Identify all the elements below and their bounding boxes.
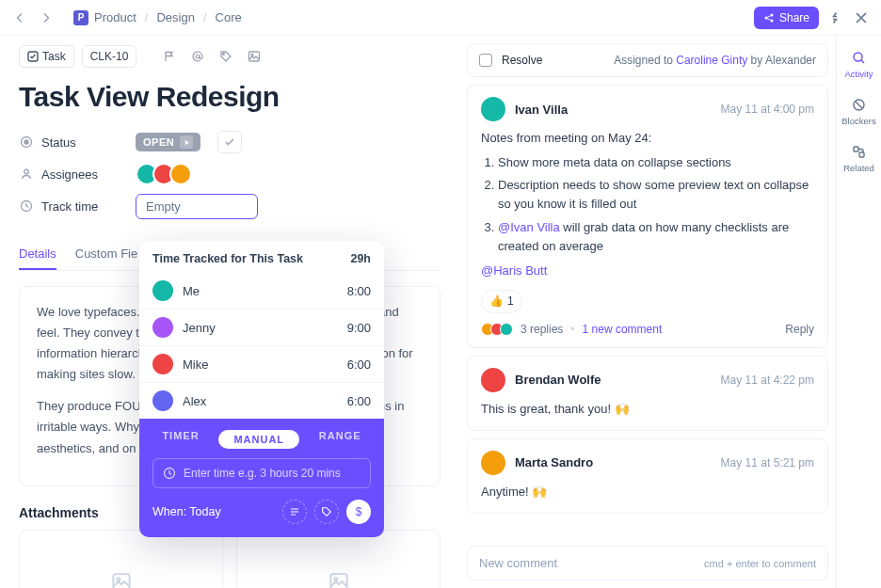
- share-button[interactable]: Share: [754, 7, 819, 29]
- breadcrumb-design[interactable]: Design: [156, 10, 194, 24]
- breadcrumb-product[interactable]: Product: [94, 10, 136, 24]
- seg-range[interactable]: RANGE: [319, 430, 361, 449]
- status-icon: [19, 135, 34, 150]
- comment-author[interactable]: Brendan Wolfe: [515, 373, 601, 387]
- track-time-input[interactable]: [136, 194, 258, 219]
- tag-icon[interactable]: [314, 500, 339, 524]
- svg-point-10: [24, 169, 29, 174]
- comment-hint: cmd + enter to comment: [704, 558, 816, 569]
- svg-rect-12: [113, 574, 129, 588]
- tab-details[interactable]: Details: [19, 239, 56, 270]
- svg-point-17: [854, 53, 862, 61]
- time-row-name: Me: [183, 284, 200, 298]
- mention-icon[interactable]: [187, 46, 208, 67]
- list-item: Description needs to show some preview t…: [498, 176, 814, 214]
- complete-button[interactable]: [217, 131, 242, 153]
- comment-author[interactable]: Marta Sandro: [515, 455, 593, 469]
- collapse-icon[interactable]: [825, 8, 845, 28]
- time-row-value: 6:00: [347, 358, 371, 372]
- status-next-icon[interactable]: [180, 135, 193, 149]
- project-badge-icon: P: [73, 10, 88, 25]
- reaction-chip[interactable]: 👍 1: [481, 290, 522, 313]
- comment-placeholder: New comment: [479, 556, 557, 570]
- comment-card: Marta Sandro May 11 at 5:21 pm Anytime! …: [467, 438, 828, 514]
- seg-manual[interactable]: MANUAL: [218, 430, 299, 449]
- comment-author[interactable]: Ivan Villa: [515, 103, 568, 117]
- avatar[interactable]: [169, 163, 192, 185]
- time-input[interactable]: Enter time e.g. 3 hours 20 mins: [152, 458, 371, 488]
- close-icon[interactable]: [851, 8, 872, 28]
- svg-point-9: [24, 140, 28, 144]
- avatar[interactable]: [481, 97, 505, 121]
- comment-card: Ivan Villa May 11 at 4:00 pm Notes from …: [467, 85, 828, 348]
- avatar: [152, 354, 173, 374]
- svg-point-4: [196, 55, 200, 58]
- mention[interactable]: @Haris Butt: [481, 262, 814, 280]
- share-label: Share: [779, 11, 809, 24]
- comment-time: May 11 at 5:21 pm: [721, 456, 814, 469]
- svg-rect-20: [859, 152, 864, 157]
- svg-point-2: [770, 19, 773, 22]
- avatar: [152, 280, 173, 301]
- assignee-avatars[interactable]: [136, 163, 192, 185]
- clock-icon: [163, 467, 176, 480]
- rail-blockers[interactable]: Blockers: [837, 92, 881, 130]
- comment-time: May 11 at 4:22 pm: [721, 373, 814, 387]
- time-row-name: Alex: [183, 394, 206, 408]
- attachment-placeholder[interactable]: [236, 530, 440, 588]
- resolve-checkbox[interactable]: [479, 54, 492, 67]
- svg-point-5: [223, 54, 225, 56]
- rail-activity[interactable]: Activity: [837, 45, 881, 83]
- reaction-count: 1: [507, 293, 514, 310]
- avatar[interactable]: [481, 451, 505, 475]
- time-row-name: Jenny: [183, 321, 216, 335]
- svg-rect-6: [249, 52, 260, 61]
- time-row[interactable]: Mike6:00: [139, 346, 384, 383]
- task-id-chip[interactable]: CLK-10: [82, 45, 137, 68]
- popover-title: Time Tracked for This Task: [152, 252, 303, 265]
- reply-button[interactable]: Reply: [785, 323, 814, 336]
- when-label[interactable]: When: Today: [152, 505, 221, 518]
- assigned-person[interactable]: Caroline Ginty: [676, 54, 747, 67]
- replies-count[interactable]: 3 replies: [521, 323, 563, 336]
- time-row[interactable]: Alex6:00: [139, 383, 384, 419]
- status-chip[interactable]: OPEN: [136, 133, 200, 151]
- tab-custom-fields[interactable]: Custom Fie: [75, 239, 137, 270]
- comment-body: This is great, thank you! 🙌: [481, 400, 814, 419]
- avatar: [152, 317, 173, 338]
- repliers-avatars[interactable]: [481, 323, 513, 336]
- attachment-placeholder[interactable]: [19, 530, 223, 588]
- breadcrumb-core[interactable]: Core: [216, 10, 242, 24]
- task-type-label: Task: [42, 50, 66, 63]
- resolve-label[interactable]: Resolve: [502, 54, 542, 67]
- time-row-name: Mike: [183, 358, 208, 372]
- nav-back-button[interactable]: [9, 8, 30, 28]
- avatar: [152, 390, 173, 411]
- time-row-value: 6:00: [347, 394, 371, 408]
- svg-rect-19: [854, 147, 858, 151]
- assignees-icon: [19, 167, 34, 182]
- avatar[interactable]: [481, 368, 505, 392]
- seg-timer[interactable]: TIMER: [162, 430, 199, 449]
- tag-icon[interactable]: [216, 46, 236, 67]
- related-icon: [851, 143, 868, 160]
- comment-lead: Notes from meeting on May 24:: [481, 129, 814, 148]
- time-tracked-popover: Time Tracked for This Task 29h Me8:00Jen…: [139, 241, 384, 537]
- time-row[interactable]: Me8:00: [139, 273, 384, 310]
- time-row-value: 9:00: [347, 321, 371, 335]
- flag-icon[interactable]: [159, 46, 180, 67]
- resolve-bar: Resolve Assigned to Caroline Ginty by Al…: [467, 43, 828, 77]
- new-comment-link[interactable]: 1 new comment: [583, 323, 663, 336]
- rail-related[interactable]: Related: [837, 139, 881, 177]
- new-comment-input[interactable]: New comment cmd + enter to comment: [467, 546, 828, 580]
- image-icon[interactable]: [244, 46, 264, 67]
- clock-icon: [19, 199, 34, 214]
- breadcrumb-sep-icon: /: [203, 10, 207, 24]
- comment-body: Anytime! 🙌: [481, 483, 814, 501]
- note-icon[interactable]: [282, 500, 307, 524]
- time-row[interactable]: Jenny9:00: [139, 310, 384, 346]
- nav-forward-button[interactable]: [36, 8, 56, 28]
- billable-icon[interactable]: $: [346, 500, 371, 524]
- mention[interactable]: @Ivan Villa: [498, 220, 560, 234]
- task-type-chip[interactable]: Task: [19, 45, 74, 68]
